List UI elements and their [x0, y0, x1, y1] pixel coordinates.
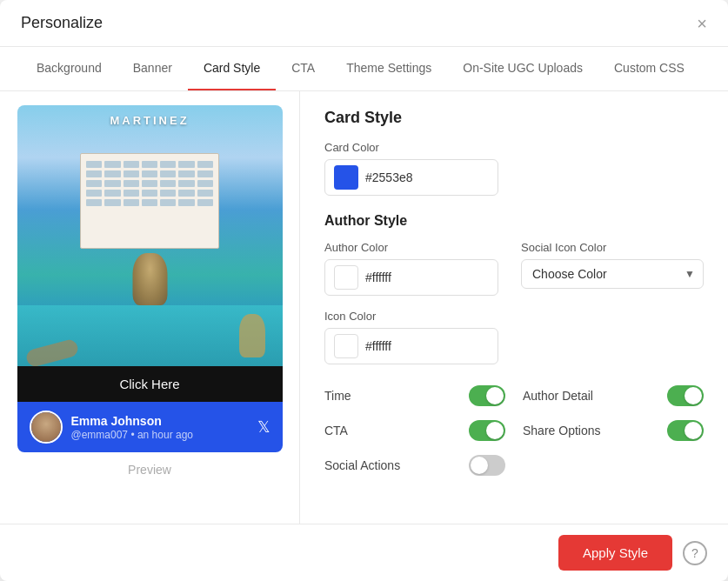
author-info: Emma Johnson @emma007 • an hour ago [71, 414, 249, 441]
author-color-text[interactable] [365, 270, 489, 284]
settings-panel: Card Style Card Color Author Style Autho… [300, 91, 728, 524]
tab-theme-settings[interactable]: Theme Settings [331, 47, 447, 90]
avatar [30, 411, 63, 444]
icon-color-swatch [334, 334, 358, 358]
tab-custom-css[interactable]: Custom CSS [598, 47, 700, 90]
hotel-name-label: MARTINEZ [110, 114, 189, 127]
hotel-image: MARTINEZ [17, 105, 283, 366]
author-color-swatch [334, 265, 358, 290]
card-color-text[interactable] [365, 170, 489, 184]
social-actions-label: Social Actions [324, 458, 400, 472]
author-color-label: Author Color [324, 241, 507, 254]
main-content: MARTINEZ [0, 91, 728, 524]
social-icon-color-label: Social Icon Color [521, 241, 704, 254]
author-time: an hour ago [137, 429, 193, 441]
icon-color-label: Icon Color [324, 310, 704, 323]
author-detail-toggle-row: Author Detail [523, 378, 704, 413]
social-actions-toggle-row: Social Actions [324, 448, 505, 483]
social-icon-color-field: Social Icon Color Choose Color ▼ [521, 241, 704, 296]
card-preview: MARTINEZ [17, 105, 283, 452]
cta-toggle[interactable] [469, 420, 505, 441]
close-button[interactable]: × [697, 15, 707, 32]
tab-background[interactable]: Background [21, 47, 117, 90]
card-color-label: Card Color [324, 141, 704, 154]
author-detail-label: Author Detail [523, 389, 593, 403]
author-meta: @emma007 • an hour ago [71, 429, 249, 441]
help-icon[interactable]: ? [683, 541, 707, 565]
tab-cta[interactable]: CTA [276, 47, 331, 90]
author-handle: @emma007 [71, 429, 129, 441]
author-style-title: Author Style [324, 213, 704, 229]
time-label: Time [324, 389, 351, 403]
card-color-swatch [334, 165, 358, 190]
author-color-input[interactable] [324, 259, 498, 296]
cta-button: Click Here [17, 366, 283, 402]
time-toggle-row: Time [324, 378, 505, 413]
social-actions-toggle[interactable] [469, 455, 505, 476]
icon-color-field: Icon Color [324, 310, 704, 364]
author-bar: Emma Johnson @emma007 • an hour ago 𝕏 [17, 402, 283, 452]
share-options-toggle-row: Share Options [523, 413, 704, 448]
author-name: Emma Johnson [71, 414, 249, 428]
preview-panel: MARTINEZ [0, 91, 300, 524]
author-color-field: Author Color [324, 241, 507, 296]
share-options-toggle[interactable] [667, 420, 704, 441]
share-options-label: Share Options [523, 424, 601, 437]
apply-style-button[interactable]: Apply Style [558, 535, 672, 571]
personalize-modal: Personalize × Background Banner Card Sty… [0, 0, 728, 581]
icon-color-text[interactable] [365, 339, 489, 353]
tab-banner[interactable]: Banner [117, 47, 188, 90]
card-color-input[interactable] [324, 159, 498, 196]
cta-toggle-row: CTA [324, 413, 505, 448]
toggles-grid: Time Author Detail CTA Share Options [324, 378, 704, 483]
card-color-field: Card Color [324, 141, 704, 196]
modal-footer: Apply Style ? [0, 524, 728, 581]
time-toggle[interactable] [469, 385, 505, 406]
icon-color-input[interactable] [324, 328, 498, 364]
modal-title: Personalize [21, 14, 103, 32]
author-detail-toggle[interactable] [667, 385, 704, 406]
tab-ugc-uploads[interactable]: On-Site UGC Uploads [447, 47, 598, 90]
tab-bar: Background Banner Card Style CTA Theme S… [0, 47, 728, 91]
modal-header: Personalize × [0, 0, 728, 47]
social-icon-color-select[interactable]: Choose Color [521, 259, 704, 289]
author-color-row: Author Color Social Icon Color Choose Co… [324, 241, 704, 296]
preview-label: Preview [128, 463, 171, 477]
twitter-icon: 𝕏 [257, 417, 270, 437]
author-separator: • [130, 429, 137, 441]
tab-card-style[interactable]: Card Style [188, 47, 276, 90]
card-style-title: Card Style [324, 109, 704, 127]
cta-label: CTA [324, 424, 348, 437]
social-icon-color-select-wrap: Choose Color ▼ [521, 259, 704, 289]
